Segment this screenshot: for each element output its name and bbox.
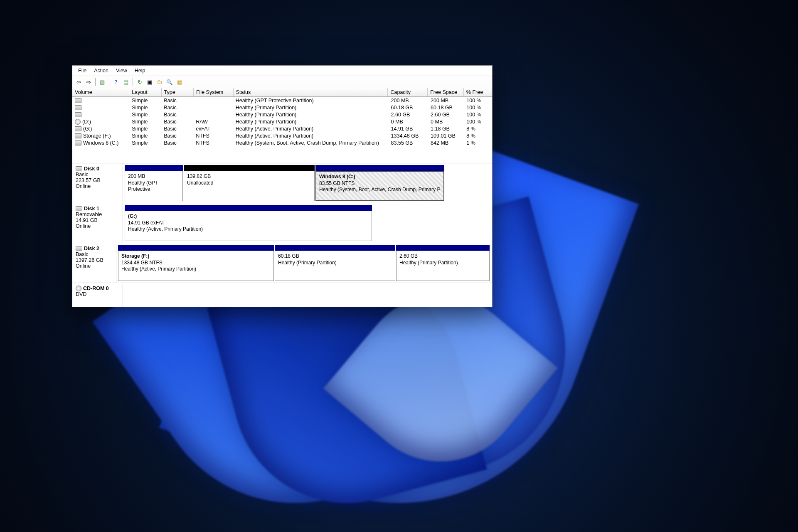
col-file-system[interactable]: File System	[194, 88, 234, 96]
volume-percent: 8 %	[464, 126, 492, 132]
partition-detail: 139.82 GB	[187, 173, 311, 180]
toolbar: ⇦ ⇨ ▥ ? ▤ ↻ ▣ 🗀 🔍 ▦	[72, 76, 492, 88]
disk-type: DVD	[76, 291, 119, 297]
partition-header-bar	[125, 205, 372, 211]
disk-partitions: (G:)14.91 GB exFATHealthy (Active, Prima…	[123, 203, 492, 243]
volume-icon	[75, 98, 81, 103]
volume-row[interactable]: (D:)SimpleBasicRAWHealthy (Primary Parti…	[72, 118, 492, 125]
volume-list: Volume Layout Type File System Status Ca…	[72, 88, 492, 146]
partition-body: 60.18 GBHealthy (Primary Partition)	[275, 251, 395, 281]
help-button[interactable]: ?	[111, 77, 121, 86]
volume-type: Basic	[161, 119, 193, 125]
show-hide-tree-button[interactable]: ▥	[98, 77, 107, 86]
partition-header-bar	[125, 165, 183, 171]
volume-capacity: 1334.48 GB	[389, 133, 429, 139]
volume-row[interactable]: SimpleBasicHealthy (Primary Partition)2.…	[72, 111, 492, 118]
col-percent-free[interactable]: % Free	[464, 88, 492, 96]
volume-icon	[75, 119, 81, 125]
rescan-button[interactable]: ▣	[145, 77, 154, 86]
volume-fs: NTFS	[193, 133, 233, 139]
help-icon: ?	[114, 79, 118, 85]
col-capacity[interactable]: Capacity	[388, 88, 428, 96]
partition[interactable]: (G:)14.91 GB exFATHealthy (Active, Prima…	[125, 205, 372, 241]
partition-header-bar	[118, 245, 274, 251]
partition-status: Healthy (Primary Partition)	[278, 260, 392, 266]
volume-capacity: 2.60 GB	[389, 112, 429, 118]
volume-row[interactable]: Windows 8 (C:)SimpleBasicNTFSHealthy (Sy…	[72, 139, 492, 146]
partition[interactable]: Storage (F:)1334.48 GB NTFSHealthy (Acti…	[118, 245, 274, 281]
menu-view[interactable]: View	[113, 67, 131, 74]
partition-body: 139.82 GBUnallocated	[184, 171, 315, 201]
volume-row[interactable]: SimpleBasicHealthy (GPT Protective Parti…	[72, 97, 492, 104]
partition[interactable]: 60.18 GBHealthy (Primary Partition)	[275, 245, 395, 281]
volume-free: 1.18 GB	[428, 126, 464, 132]
volume-type: Basic	[161, 98, 193, 103]
disk-info-panel[interactable]: Disk 2Basic1397.26 GBOnline	[72, 243, 116, 283]
volume-fs: NTFS	[193, 140, 233, 146]
disk-partitions: 200 MBHealthy (GPT Protective139.82 GBUn…	[123, 163, 492, 203]
volume-capacity: 200 MB	[389, 98, 429, 103]
disk-graphical-view: Disk 0Basic223.57 GBOnline200 MBHealthy …	[72, 163, 492, 307]
partition[interactable]: 200 MBHealthy (GPT Protective	[125, 165, 183, 201]
disk-name: Disk 2	[84, 246, 99, 251]
disk-info-panel[interactable]: Disk 1Removable14.91 GBOnline	[72, 203, 123, 243]
disk-icon	[76, 166, 82, 171]
toolbar-separator	[95, 78, 96, 86]
partition-header-bar	[184, 165, 315, 171]
refresh-button[interactable]: ↻	[135, 77, 144, 86]
col-type[interactable]: Type	[162, 88, 194, 96]
menu-file[interactable]: File	[75, 67, 90, 74]
partition-detail: 2.60 GB	[399, 253, 486, 260]
disk-scan-icon: ▣	[147, 79, 152, 85]
col-volume[interactable]: Volume	[72, 88, 129, 96]
properties-button[interactable]: ▤	[121, 77, 131, 86]
volume-layout: Simple	[129, 126, 161, 132]
volume-layout: Simple	[129, 98, 161, 103]
volume-type: Basic	[161, 133, 193, 139]
forward-button[interactable]: ⇨	[84, 77, 93, 86]
col-status[interactable]: Status	[234, 88, 388, 96]
volume-capacity: 60.18 GB	[389, 105, 429, 111]
partition-status: Healthy (Active, Primary Partition)	[128, 226, 369, 233]
partition-status: Healthy (Active, Primary Partition)	[121, 266, 271, 273]
volume-status: Healthy (Active, Primary Partition)	[233, 126, 389, 132]
partition[interactable]: Windows 8 (C:)83.55 GB NTFSHealthy (Syst…	[315, 165, 444, 201]
volume-free: 200 MB	[428, 98, 464, 103]
partition-header-bar	[315, 165, 444, 171]
col-free-space[interactable]: Free Space	[428, 88, 464, 96]
disk-info-panel[interactable]: CD-ROM 0DVD	[72, 283, 123, 307]
partition-body: 200 MBHealthy (GPT Protective	[125, 171, 183, 201]
volume-row[interactable]: SimpleBasicHealthy (Primary Partition)60…	[72, 104, 492, 111]
volume-type: Basic	[161, 105, 193, 111]
disk-icon	[76, 206, 82, 211]
open-button[interactable]: 🗀	[155, 77, 164, 86]
volume-row[interactable]: Storage (F:)SimpleBasicNTFSHealthy (Acti…	[72, 132, 492, 139]
volume-status: Healthy (System, Boot, Active, Crash Dum…	[233, 140, 389, 146]
gear-panel-icon: ▦	[177, 79, 182, 85]
col-layout[interactable]: Layout	[129, 88, 161, 96]
partition-status: Healthy (System, Boot, Active, Crash Dum…	[319, 187, 441, 193]
disk-size: 223.57 GB	[76, 177, 119, 183]
volume-status: Healthy (Primary Partition)	[233, 105, 389, 111]
disk-type: Removable	[76, 212, 119, 217]
disk-state: Online	[76, 223, 119, 229]
volume-percent: 100 %	[464, 119, 492, 125]
disk-info-panel[interactable]: Disk 0Basic223.57 GBOnline	[72, 163, 123, 203]
settings-button[interactable]: ▦	[175, 77, 184, 86]
volume-free: 109.01 GB	[428, 133, 464, 139]
partition-status: Healthy (Primary Partition)	[399, 260, 486, 266]
partition[interactable]: 2.60 GBHealthy (Primary Partition)	[396, 245, 490, 281]
partition-detail: 200 MB	[128, 173, 180, 180]
arrow-left-icon: ⇦	[76, 79, 81, 85]
menu-action[interactable]: Action	[91, 67, 112, 74]
volume-capacity: 14.91 GB	[389, 126, 429, 132]
volume-row[interactable]: (G:)SimpleBasicexFATHealthy (Active, Pri…	[72, 125, 492, 132]
volume-percent: 8 %	[464, 133, 492, 139]
back-button[interactable]: ⇦	[74, 77, 83, 86]
search-button[interactable]: 🔍	[165, 77, 174, 86]
volume-icon	[75, 105, 81, 110]
partition[interactable]: 139.82 GBUnallocated	[184, 165, 315, 201]
volume-layout: Simple	[129, 133, 161, 139]
menu-help[interactable]: Help	[131, 67, 149, 74]
disk-name: Disk 0	[84, 166, 99, 172]
